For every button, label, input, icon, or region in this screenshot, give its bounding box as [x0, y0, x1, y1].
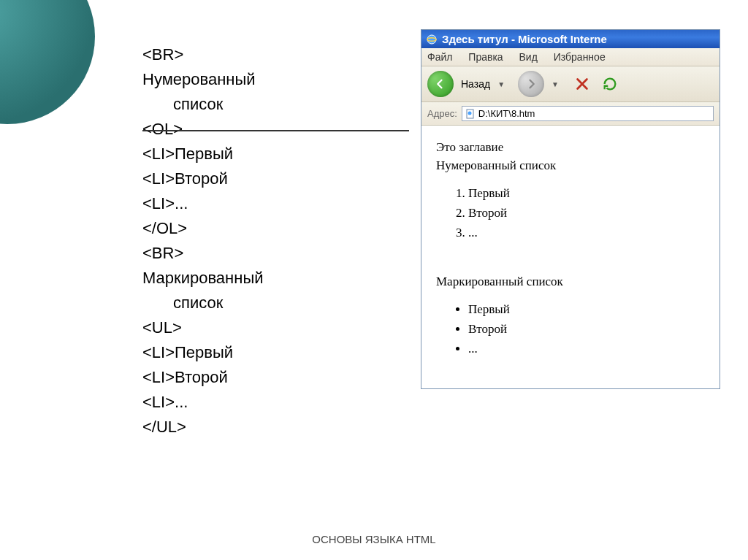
code-line: <LI>Первый: [142, 145, 233, 163]
page-content: Это заглавие Нумерованный список Первый …: [421, 126, 720, 388]
slide-footer: ОСНОВЫ ЯЗЫКА HTML: [0, 533, 748, 545]
code-line: <OL>: [142, 120, 183, 138]
svg-point-3: [468, 111, 471, 115]
ie-icon: [426, 34, 438, 45]
numbered-list-label: Нумерованный список: [436, 157, 705, 175]
menu-edit[interactable]: Правка: [468, 51, 503, 63]
code-line: <LI>Первый: [142, 343, 233, 361]
code-line: список: [142, 92, 264, 117]
horizontal-rule: [142, 130, 409, 131]
svg-point-0: [427, 35, 436, 44]
list-item: Первый: [468, 301, 705, 319]
browser-window: Здесь титул - Microsoft Interne Файл Пра…: [421, 29, 720, 389]
menubar: Файл Правка Вид Избранное: [421, 48, 720, 66]
window-titlebar: Здесь титул - Microsoft Interne: [421, 30, 720, 48]
code-line: </UL>: [142, 418, 186, 436]
address-label: Адрес:: [427, 108, 457, 119]
decorative-circle: [0, 0, 95, 124]
code-listing: <BR> Нумерованный список <OL> <LI>Первый…: [142, 42, 264, 440]
chevron-down-icon[interactable]: ▼: [552, 80, 559, 88]
address-bar: Адрес: D:\КИТ\8.htm: [421, 102, 720, 126]
back-button[interactable]: [427, 71, 454, 97]
code-line: <UL>: [142, 318, 182, 337]
menu-file[interactable]: Файл: [427, 51, 452, 63]
toolbar: Назад ▼ ▼: [421, 66, 720, 102]
stop-icon[interactable]: [572, 74, 592, 94]
chevron-down-icon[interactable]: ▼: [497, 80, 505, 88]
code-line: список: [142, 291, 264, 315]
unordered-list: Первый Второй ...: [468, 301, 705, 358]
code-line: <BR>: [142, 244, 183, 262]
code-line: <LI>...: [142, 393, 188, 411]
page-heading: Это заглавие: [436, 139, 705, 157]
list-item: ...: [468, 224, 705, 242]
list-item: Второй: [468, 321, 705, 339]
list-item: Первый: [468, 185, 705, 203]
list-item: Второй: [468, 204, 705, 223]
code-line: <LI>Второй: [142, 169, 228, 188]
address-input[interactable]: D:\КИТ\8.htm: [462, 106, 714, 121]
address-value: D:\КИТ\8.htm: [478, 108, 535, 119]
code-line: <LI>Второй: [142, 368, 228, 386]
refresh-icon[interactable]: [600, 74, 620, 94]
ordered-list: Первый Второй ...: [468, 185, 705, 242]
list-item: ...: [468, 340, 705, 358]
page-icon: [465, 109, 476, 119]
menu-view[interactable]: Вид: [519, 51, 538, 63]
window-title: Здесь титул - Microsoft Interne: [442, 33, 607, 45]
code-line: </OL>: [142, 219, 187, 237]
back-label: Назад: [461, 78, 490, 90]
code-line: Маркированный: [142, 269, 264, 287]
code-line: <LI>...: [142, 194, 188, 212]
code-line: Нумерованный: [142, 70, 256, 88]
menu-favorites[interactable]: Избранное: [554, 51, 606, 63]
code-line: <BR>: [142, 45, 183, 64]
forward-button[interactable]: [518, 71, 544, 97]
bulleted-list-label: Маркированный список: [436, 273, 705, 291]
